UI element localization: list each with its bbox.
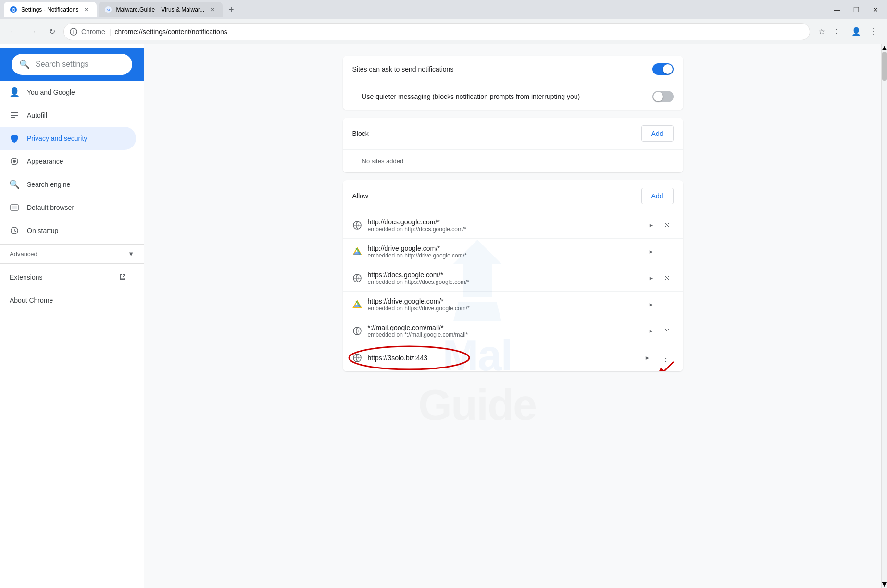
- allow-section-card: Allow Add http://docs.google.com/*embedd…: [343, 180, 683, 371]
- quieter-messaging-toggle[interactable]: [652, 91, 674, 102]
- sidebar-item-extensions[interactable]: Extensions: [0, 266, 136, 289]
- site-embed-2: embedded on https://docs.google.com/*: [368, 279, 641, 285]
- site-embed-3: embedded on https://drive.google.com/*: [368, 305, 641, 312]
- allow-section-header: Allow Add: [343, 180, 683, 212]
- title-bar: ⚙ Settings - Notifications ✕ M Malware.G…: [0, 0, 887, 19]
- tab-settings-close[interactable]: ✕: [82, 5, 91, 14]
- profile-button[interactable]: 👤: [849, 24, 864, 39]
- address-bar: ← → ↻ i Chrome | chrome://settings/conte…: [0, 19, 887, 44]
- extensions-button[interactable]: ⛌: [831, 24, 847, 39]
- site-expand-2[interactable]: ►: [647, 273, 656, 283]
- site-expand-0[interactable]: ►: [647, 220, 656, 231]
- site-expand-4[interactable]: ►: [647, 326, 656, 336]
- new-tab-button[interactable]: +: [225, 3, 238, 16]
- site-more-menu-button[interactable]: ⋮: [658, 350, 674, 366]
- sidebar-item-appearance[interactable]: Appearance: [0, 150, 136, 173]
- site-puzzle-icon-4[interactable]: ⛌: [662, 325, 674, 337]
- minimize-button[interactable]: —: [829, 2, 845, 17]
- site-item-1: http://drive.google.com/*embedded on htt…: [343, 239, 683, 265]
- settings-header: 🔍 Search settings: [0, 48, 144, 81]
- reload-button[interactable]: ↻: [44, 24, 60, 39]
- sites-ask-label: Sites can ask to send notifications: [352, 65, 652, 73]
- startup-icon: [10, 226, 19, 235]
- site-favicon-0: [352, 220, 362, 230]
- site-item-2: https://docs.google.com/*embedded on htt…: [343, 265, 683, 292]
- tab-malware-title: Malware.Guide – Virus & Malwar...: [116, 6, 204, 13]
- site-info-5: https://3solo.biz:443: [368, 354, 637, 362]
- site-expand-highlighted[interactable]: ►: [643, 353, 652, 363]
- sidebar-item-on-startup[interactable]: On startup: [0, 219, 136, 242]
- address-actions: ☆ ⛌ 👤 ⋮: [814, 24, 881, 39]
- scrollbar-track[interactable]: ▲ ▼: [881, 44, 887, 588]
- tab-malware[interactable]: M Malware.Guide – Virus & Malwar... ✕: [99, 2, 223, 17]
- quieter-messaging-info: Use quieter messaging (blocks notificati…: [362, 93, 652, 100]
- site-info-icon: i: [70, 28, 77, 36]
- menu-button[interactable]: ⋮: [866, 24, 881, 39]
- block-section-card: Block Add No sites added: [343, 118, 683, 172]
- search-engine-icon: 🔍: [10, 180, 19, 189]
- site-url-3: https://drive.google.com/*: [368, 297, 641, 305]
- url-separator: |: [109, 28, 111, 36]
- scroll-down-button[interactable]: ▼: [882, 580, 887, 588]
- scroll-track[interactable]: [882, 52, 887, 580]
- advanced-arrow-icon: ▼: [128, 250, 134, 257]
- sites-ask-info: Sites can ask to send notifications: [352, 65, 652, 73]
- tab-malware-close[interactable]: ✕: [208, 5, 217, 14]
- tab-malware-favicon: M: [104, 6, 112, 13]
- site-embed-4: embedded on *://mail.google.com/mail*: [368, 331, 641, 338]
- site-list: http://docs.google.com/*embedded on http…: [343, 212, 683, 371]
- site-item-0: http://docs.google.com/*embedded on http…: [343, 212, 683, 239]
- back-button[interactable]: ←: [6, 24, 21, 39]
- search-placeholder: Search settings: [36, 60, 88, 69]
- sidebar-item-you-google[interactable]: 👤 You and Google: [0, 81, 136, 104]
- sidebar-item-privacy[interactable]: Privacy and security: [0, 127, 136, 150]
- sidebar-label-default-browser: Default browser: [27, 204, 74, 211]
- sites-ask-toggle[interactable]: [652, 63, 674, 75]
- default-browser-icon: [10, 203, 19, 212]
- extensions-label: Extensions: [10, 273, 42, 281]
- site-puzzle-icon-0[interactable]: ⛌: [662, 219, 674, 232]
- scroll-thumb[interactable]: [882, 52, 887, 81]
- site-favicon-3: [352, 300, 362, 309]
- maximize-button[interactable]: ❐: [849, 2, 864, 17]
- site-expand-1[interactable]: ►: [647, 246, 656, 257]
- tab-settings[interactable]: ⚙ Settings - Notifications ✕: [4, 2, 97, 17]
- svg-rect-6: [11, 112, 18, 113]
- block-add-button[interactable]: Add: [641, 125, 674, 142]
- sidebar-item-search-engine[interactable]: 🔍 Search engine: [0, 173, 136, 196]
- site-favicon-2: [352, 273, 362, 283]
- site-item-5: https://3solo.biz:443►⋮: [343, 344, 683, 371]
- site-puzzle-icon-3[interactable]: ⛌: [662, 298, 674, 311]
- scroll-up-button[interactable]: ▲: [882, 44, 887, 52]
- allow-add-button[interactable]: Add: [641, 188, 674, 204]
- site-favicon-5: [352, 353, 362, 363]
- site-info-0: http://docs.google.com/*embedded on http…: [368, 218, 641, 233]
- site-info-1: http://drive.google.com/*embedded on htt…: [368, 245, 641, 259]
- sidebar-item-default-browser[interactable]: Default browser: [0, 196, 136, 219]
- sidebar-label-on-startup: On startup: [27, 227, 58, 234]
- close-button[interactable]: ✕: [868, 2, 883, 17]
- svg-rect-7: [11, 115, 18, 116]
- svg-text:M: M: [107, 8, 110, 12]
- sidebar-item-about-chrome[interactable]: About Chrome: [0, 289, 136, 312]
- content-area: 🔍 Search settings 👤 You and Google Autof…: [0, 44, 887, 588]
- site-expand-3[interactable]: ►: [647, 299, 656, 310]
- tab-settings-title: Settings - Notifications: [21, 6, 78, 13]
- forward-button[interactable]: →: [25, 24, 40, 39]
- sidebar-item-autofill[interactable]: Autofill: [0, 104, 136, 127]
- window-controls: — ❐ ✕: [829, 2, 883, 17]
- notification-toggles-card: Sites can ask to send notifications Use …: [343, 56, 683, 110]
- site-favicon-4: [352, 326, 362, 336]
- advanced-label: Advanced: [10, 250, 37, 257]
- url-bar[interactable]: i Chrome | chrome://settings/content/not…: [63, 23, 810, 40]
- sidebar-section-advanced[interactable]: Advanced ▼: [0, 246, 144, 261]
- site-puzzle-icon-1[interactable]: ⛌: [662, 245, 674, 258]
- appearance-icon: [10, 157, 19, 166]
- svg-rect-12: [12, 206, 17, 209]
- search-box[interactable]: 🔍 Search settings: [12, 54, 132, 75]
- site-info-3: https://drive.google.com/*embedded on ht…: [368, 297, 641, 312]
- sidebar-label-privacy: Privacy and security: [27, 135, 87, 142]
- svg-point-10: [13, 160, 16, 163]
- site-puzzle-icon-2[interactable]: ⛌: [662, 272, 674, 284]
- bookmark-button[interactable]: ☆: [814, 24, 829, 39]
